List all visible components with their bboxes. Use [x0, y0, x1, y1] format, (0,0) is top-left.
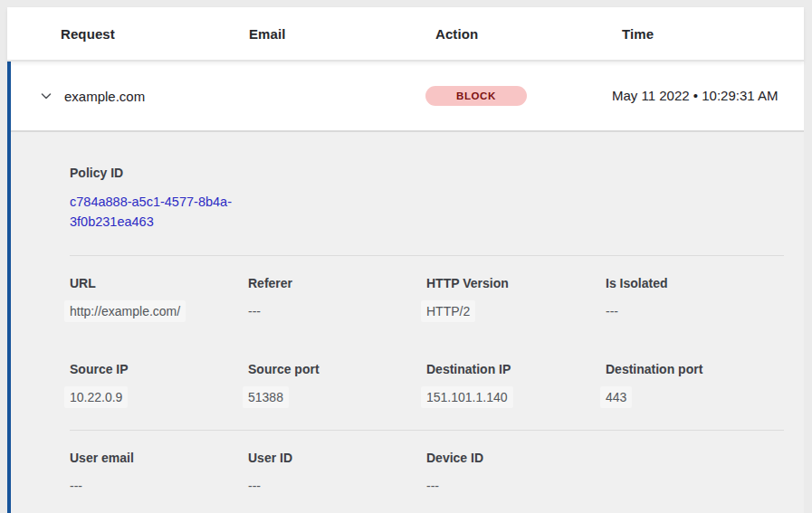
policy-id-label: Policy ID [70, 165, 784, 181]
detail-field: Destination IP151.101.1.140 [426, 361, 606, 406]
detail-field-label: Destination port [606, 361, 773, 377]
collapse-row-button[interactable] [39, 89, 53, 103]
detail-field-value: --- [248, 302, 416, 320]
detail-field: Destination port443 [606, 361, 784, 406]
column-header-request: Request [61, 26, 249, 42]
detail-fields-grid-user: User email---User ID---Device ID--- [70, 450, 784, 495]
section-divider [70, 430, 784, 431]
detail-field-label: Source port [248, 361, 416, 377]
detail-field-label: HTTP Version [426, 275, 595, 291]
detail-field: Source IP10.22.0.9 [70, 361, 248, 406]
detail-field-value: http://example.com/ [64, 300, 186, 322]
detail-field: User email--- [70, 450, 248, 495]
detail-field: URLhttp://example.com/ [70, 275, 248, 320]
detail-field-value: 10.22.0.9 [64, 386, 128, 408]
chevron-down-icon [39, 89, 53, 103]
detail-field-value: --- [248, 477, 416, 495]
row-details-panel: Policy ID c784a888-a5c1-4577-8b4a-3f0b23… [11, 132, 804, 513]
detail-field-value: 443 [600, 386, 632, 408]
detail-field-label: Device ID [426, 450, 595, 466]
detail-field: Referer--- [248, 275, 426, 320]
detail-field-label: URL [70, 275, 237, 291]
row-time-value: May 11 2022 • 10:29:31 AM [612, 85, 804, 107]
detail-field: HTTP VersionHTTP/2 [426, 275, 606, 320]
detail-field: Source port51388 [248, 361, 426, 406]
status-badge: BLOCK [425, 86, 527, 106]
detail-field-label: User email [70, 450, 237, 466]
detail-field-value: --- [70, 477, 237, 495]
section-divider [70, 255, 784, 256]
detail-field-value: --- [426, 477, 595, 495]
detail-field-label: Referer [248, 275, 416, 291]
expanded-row-wrapper: example.com BLOCK May 11 2022 • 10:29:31… [7, 62, 804, 513]
column-header-action: Action [435, 26, 622, 42]
detail-fields-grid-main: URLhttp://example.com/Referer---HTTP Ver… [70, 275, 784, 406]
row-request-value: example.com [64, 89, 239, 104]
detail-field-value: 51388 [243, 386, 289, 408]
detail-field: Is Isolated--- [606, 275, 784, 320]
detail-field: User ID--- [248, 450, 426, 495]
logs-table: Request Email Action Time example.com BL… [7, 7, 804, 513]
detail-field-value: 151.101.1.140 [421, 386, 513, 408]
column-header-email: Email [249, 26, 435, 42]
table-row[interactable]: example.com BLOCK May 11 2022 • 10:29:31… [11, 62, 804, 132]
detail-field-label: User ID [248, 450, 416, 466]
detail-field-label: Source IP [70, 361, 237, 377]
policy-id-link[interactable]: c784a888-a5c1-4577-8b4a-3f0b231ea463 [70, 192, 262, 232]
detail-field-value: --- [606, 302, 773, 320]
detail-field: Device ID--- [426, 450, 606, 495]
column-header-time: Time [622, 26, 804, 42]
gateway-logs-page: Request Email Action Time example.com BL… [0, 0, 812, 513]
table-header: Request Email Action Time [7, 7, 804, 62]
detail-field-label: Destination IP [426, 361, 595, 377]
policy-section: Policy ID c784a888-a5c1-4577-8b4a-3f0b23… [70, 165, 784, 232]
detail-field-label: Is Isolated [606, 275, 773, 291]
row-action-cell: BLOCK [425, 86, 612, 106]
detail-field-value: HTTP/2 [421, 300, 475, 322]
